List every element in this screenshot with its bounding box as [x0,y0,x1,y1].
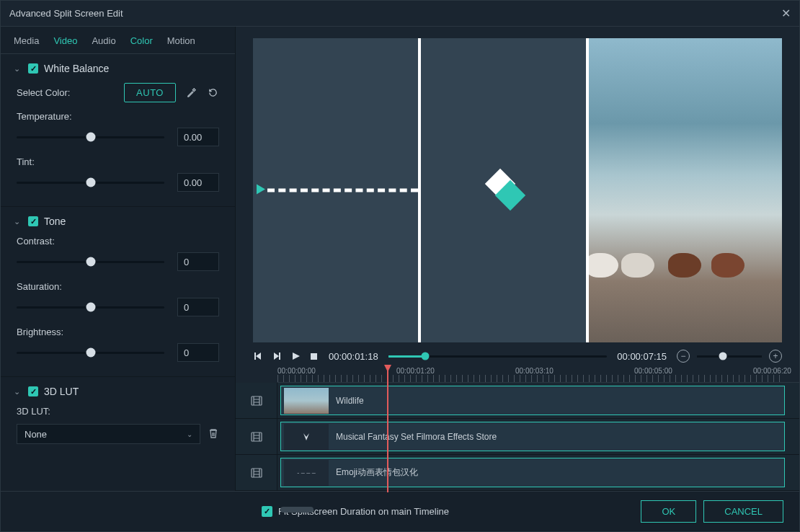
section-white-balance: ⌄ ✓ White Balance Select Color: AUTO [1,54,235,206]
ruler-label: 00:00:00:00 [277,367,316,375]
lut-checkbox[interactable]: ✓ [28,386,38,396]
saturation-label: Saturation: [17,281,219,292]
white-balance-checkbox[interactable]: ✓ [28,63,38,74]
preview-pane-3[interactable] [589,38,782,342]
timeline: 00:00:00:00 00:00:01:20 00:00:03:10 00:0… [236,367,799,502]
svg-rect-1 [252,396,262,405]
playhead[interactable] [387,367,388,492]
eyedropper-icon[interactable] [185,87,197,99]
tint-input[interactable] [177,173,219,192]
tint-slider[interactable] [17,182,164,184]
chevron-down-icon: ⌄ [187,430,192,438]
tab-audio[interactable]: Audio [92,35,115,46]
sidebar: Media Video Audio Color Motion ⌄ ✓ White… [1,27,236,491]
stop-button[interactable] [309,352,319,361]
ruler-label: 00:00:05:00 [634,367,672,375]
temperature-input[interactable] [177,128,219,146]
titlebar: Advanced Split Screen Edit ✕ [1,1,799,27]
lut-select[interactable]: None ⌄ [17,424,200,444]
clip-thumbnail [284,388,329,414]
white-balance-title: White Balance [44,63,109,74]
play-overlay-icon [254,183,267,198]
tab-media[interactable]: Media [14,35,39,46]
saturation-slider[interactable] [17,306,164,309]
timeline-clip[interactable]: Musical Fantasy Set Filmora Effects Stor… [280,422,785,451]
preview-area [253,38,782,342]
lut-title: 3D LUT [44,386,79,397]
playback-controls: 00:00:01:18 00:00:07:15 − + [236,342,799,367]
clip-name: Emoji动画表情包汉化 [336,466,418,479]
reset-icon[interactable] [206,87,219,99]
zoom-slider[interactable] [697,355,762,358]
clip-thumbnail: - – – – [284,460,329,486]
timeline-clip[interactable]: Wildlife [280,386,785,415]
tab-motion[interactable]: Motion [167,35,195,46]
timeline-clip[interactable]: - – – – Emoji动画表情包汉化 [280,458,785,487]
section-3d-lut: ⌄ ✓ 3D LUT 3D LUT: None ⌄ [1,376,235,456]
current-time: 00:00:01:18 [329,351,378,362]
total-time: 00:00:07:15 [617,351,667,362]
play-button[interactable] [290,351,301,361]
lut-label: 3D LUT: [17,406,50,417]
lut-selected-value: None [25,429,47,440]
progress-bar[interactable] [388,355,608,358]
select-color-label: Select Color: [17,87,70,98]
tab-video[interactable]: Video [53,35,77,46]
horizontal-scrollbar[interactable] [280,507,314,513]
svg-rect-0 [311,353,317,360]
fit-duration-checkbox[interactable]: ✓ [262,506,272,517]
temperature-label: Temperature: [17,111,219,122]
saturation-input[interactable] [177,298,219,316]
next-frame-button[interactable] [272,351,282,361]
logo-icon [482,169,525,212]
ruler-label: 00:00:01:20 [396,367,435,375]
chevron-down-icon[interactable]: ⌄ [14,217,22,226]
track-row: Musical Fantasy Set Filmora Effects Stor… [236,419,799,455]
trash-icon[interactable] [208,427,219,441]
track-header-icon[interactable] [236,419,277,454]
ok-button[interactable]: OK [641,500,696,523]
cancel-button[interactable]: CANCEL [703,500,783,523]
preview-pane-2[interactable] [421,38,589,342]
ruler-label: 00:00:06:20 [753,367,791,375]
track-header-icon[interactable] [236,383,277,418]
ruler-label: 00:00:03:10 [515,367,554,375]
clip-thumbnail [284,424,329,450]
track-header-icon[interactable] [236,455,277,490]
tint-label: Tint: [17,156,219,167]
brightness-label: Brightness: [17,327,219,337]
clip-name: Musical Fantasy Set Filmora Effects Stor… [336,432,497,442]
track-row: Wildlife [236,383,799,419]
tone-title: Tone [44,216,66,227]
contrast-input[interactable] [177,252,219,271]
contrast-slider[interactable] [17,261,164,263]
preview-pane-1[interactable] [253,38,421,342]
temperature-slider[interactable] [17,136,164,138]
clip-name: Wildlife [336,396,364,406]
svg-rect-2 [252,433,262,441]
sidebar-tabs: Media Video Audio Color Motion [1,27,235,54]
track-row: - – – – Emoji动画表情包汉化 [236,455,799,491]
contrast-label: Contrast: [17,236,219,247]
tab-color[interactable]: Color [130,35,153,46]
prev-frame-button[interactable] [253,351,263,361]
zoom-out-button[interactable]: − [677,350,690,363]
chevron-down-icon[interactable]: ⌄ [14,387,22,396]
section-tone: ⌄ ✓ Tone Contrast: Saturation: [1,206,235,376]
chevron-down-icon[interactable]: ⌄ [14,64,22,74]
zoom-in-button[interactable]: + [769,350,782,363]
close-icon[interactable]: ✕ [781,6,791,20]
brightness-input[interactable] [177,343,219,362]
tone-checkbox[interactable]: ✓ [28,216,38,226]
auto-button[interactable]: AUTO [124,83,176,102]
window-title: Advanced Split Screen Edit [9,8,123,19]
svg-rect-3 [252,469,262,477]
brightness-slider[interactable] [17,352,164,354]
timeline-ruler[interactable]: 00:00:00:00 00:00:01:20 00:00:03:10 00:0… [277,367,799,383]
